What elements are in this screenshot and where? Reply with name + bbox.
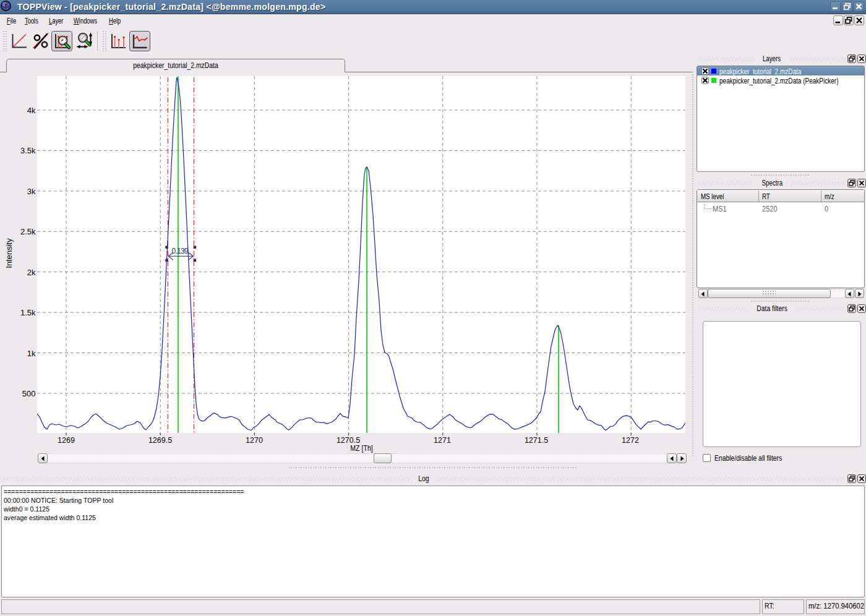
svg-text:T: T [3, 2, 8, 11]
svg-text:0.139: 0.139 [172, 247, 189, 255]
